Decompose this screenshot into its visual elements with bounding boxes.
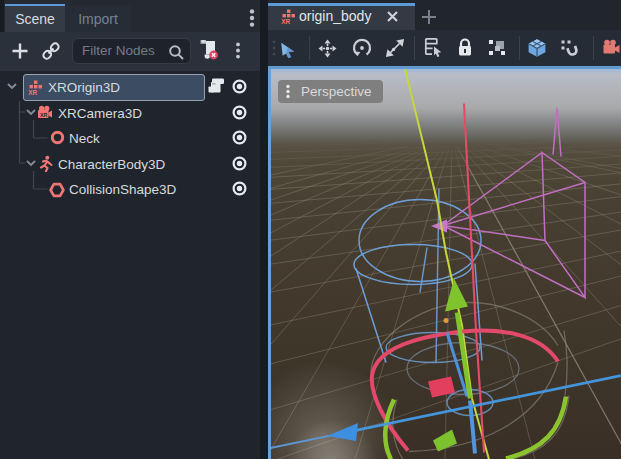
svg-text:XR: XR [281,18,290,24]
svg-text:XR: XR [40,112,48,118]
svg-text:XR: XR [28,89,37,95]
